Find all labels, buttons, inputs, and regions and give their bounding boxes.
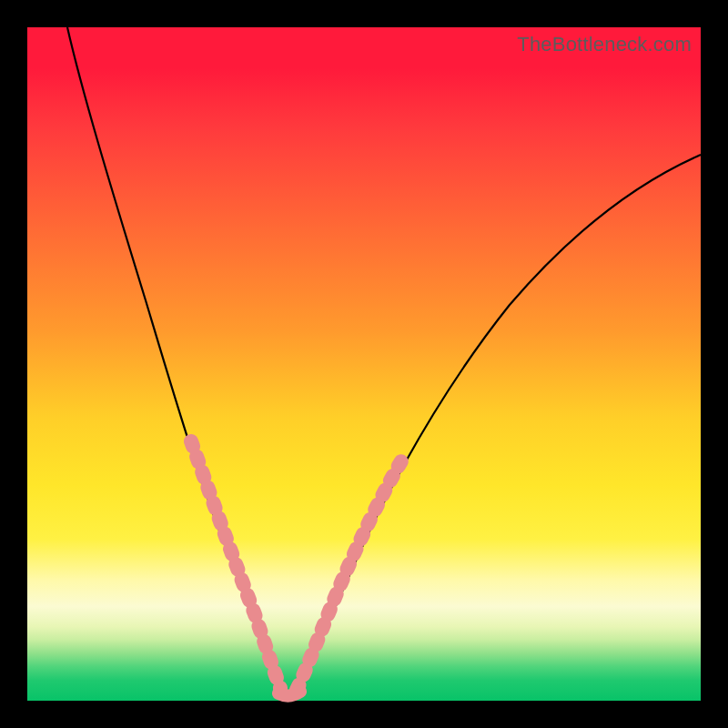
highlight-left	[191, 441, 280, 688]
highlight-bottom	[278, 692, 300, 696]
bottleneck-curve	[67, 27, 701, 693]
chart-frame: TheBottleneck.com	[0, 0, 728, 728]
highlight-right	[297, 455, 405, 690]
plot-area: TheBottleneck.com	[27, 27, 701, 701]
bottleneck-curve-svg	[27, 27, 701, 701]
